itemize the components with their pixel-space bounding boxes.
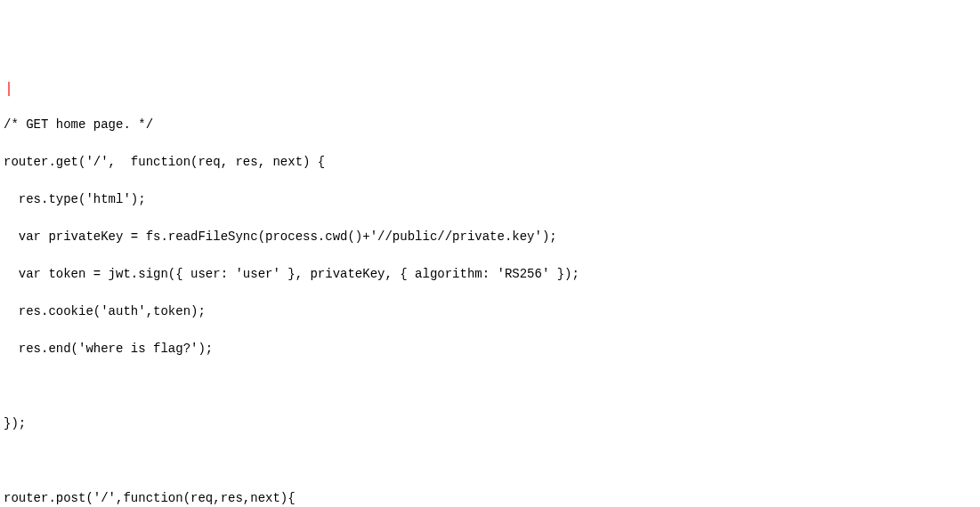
code-line: var token = jwt.sign({ user: 'user' }, p… xyxy=(4,265,976,284)
code-line xyxy=(4,377,976,396)
code-line: router.post('/',function(req,res,next){ xyxy=(4,489,976,507)
code-line: res.type('html'); xyxy=(4,190,976,209)
code-line: res.cookie('auth',token); xyxy=(4,302,976,321)
code-line xyxy=(4,452,976,471)
code-line: router.get('/', function(req, res, next)… xyxy=(4,153,976,172)
code-line: }); xyxy=(4,414,976,433)
code-block: /* GET home page. */ router.get('/', fun… xyxy=(4,78,976,507)
code-line: /* GET home page. */ xyxy=(4,116,976,134)
code-line: res.end('where is flag?'); xyxy=(4,340,976,358)
code-line: var privateKey = fs.readFileSync(process… xyxy=(4,228,976,246)
text-cursor xyxy=(8,82,10,96)
